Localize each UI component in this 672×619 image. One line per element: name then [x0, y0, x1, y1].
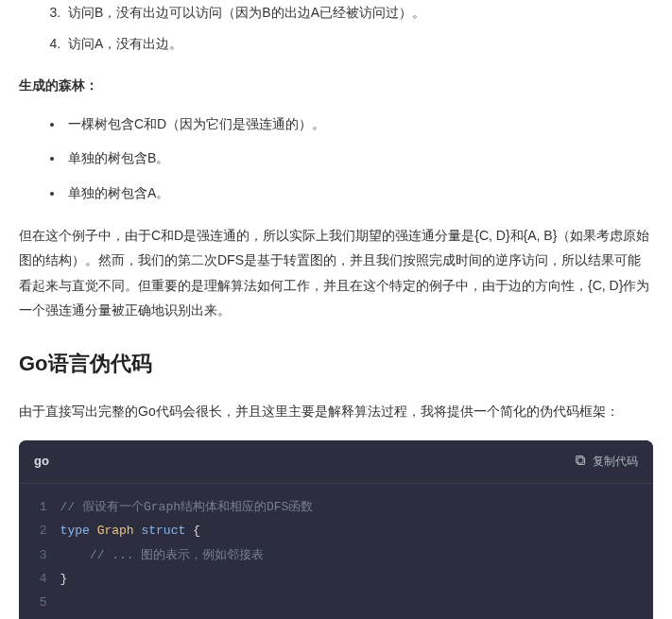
numbered-steps: 访问B，没有出边可以访问（因为B的出边A已经被访问过）。访问A，没有出边。 — [19, 0, 653, 56]
section-title: Go语言伪代码 — [19, 344, 653, 384]
code-body: 1234567891011 // 假设有一个Graph结构体和相应的DFS函数t… — [19, 484, 653, 619]
code-language-label: go — [34, 450, 49, 473]
code-line: // 假设有一个Graph结构体和相应的DFS函数 — [60, 495, 638, 519]
copy-icon — [575, 455, 587, 470]
code-lines: // 假设有一个Graph结构体和相应的DFS函数type Graph stru… — [60, 495, 653, 619]
explanation-paragraph: 但在这个例子中，由于C和D是强连通的，所以实际上我们期望的强连通分量是{C, D… — [19, 223, 653, 323]
forest-list-item: 单独的树包含A。 — [64, 181, 653, 206]
code-line: type Graph struct { — [60, 519, 638, 542]
copy-code-label: 复制代码 — [593, 454, 638, 470]
code-line: } — [60, 567, 638, 591]
forest-heading: 生成的森林： — [19, 73, 653, 98]
forest-list: 一棵树包含C和D（因为它们是强连通的）。单独的树包含B。单独的树包含A。 — [19, 112, 653, 206]
svg-rect-0 — [577, 457, 584, 464]
forest-list-item: 单独的树包含B。 — [64, 146, 653, 171]
numbered-step: 访问A，没有出边。 — [64, 31, 653, 57]
forest-list-item: 一棵树包含C和D（因为它们是强连通的）。 — [64, 112, 653, 137]
code-block: go 复制代码 1234567891011 // 假设有一个Graph结构体和相… — [19, 440, 653, 619]
code-gutter: 1234567891011 — [19, 495, 60, 619]
code-line: func stronglyConnectedComponents(g *Grap… — [60, 615, 638, 619]
svg-rect-1 — [577, 456, 583, 462]
code-header: go 复制代码 — [19, 440, 653, 484]
intro-paragraph: 由于直接写出完整的Go代码会很长，并且这里主要是解释算法过程，我将提供一个简化的… — [19, 399, 653, 424]
code-line: // ... 图的表示，例如邻接表 — [60, 543, 638, 567]
code-line — [60, 591, 638, 614]
numbered-step: 访问B，没有出边可以访问（因为B的出边A已经被访问过）。 — [64, 0, 653, 26]
copy-code-button[interactable]: 复制代码 — [575, 454, 638, 470]
